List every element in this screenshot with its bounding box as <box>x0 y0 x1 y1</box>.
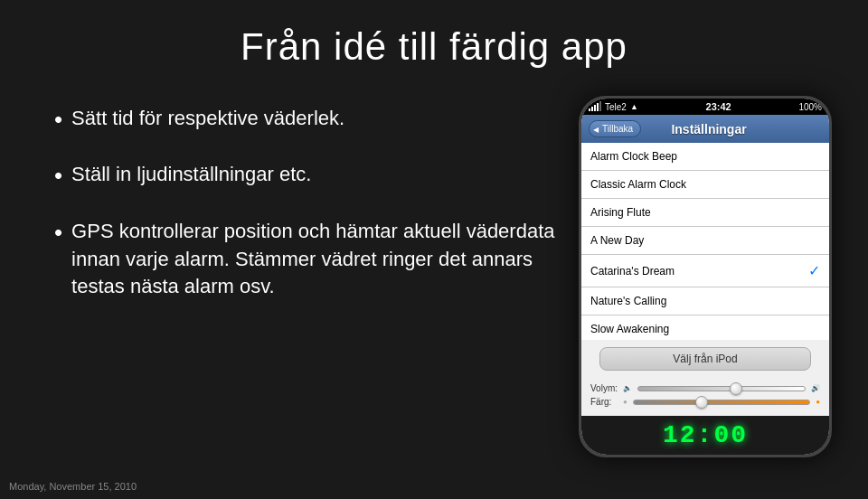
clock-display: 12:00 <box>581 416 829 455</box>
ipod-button-container: Välj från iPod <box>581 340 829 378</box>
color-slider-track[interactable] <box>633 400 810 405</box>
signal-bar-2 <box>591 107 593 111</box>
slide-footer: Monday, November 15, 2010 <box>9 481 137 492</box>
list-item-5[interactable]: Nature's Calling <box>581 287 829 315</box>
color-slider-thumb[interactable] <box>695 396 708 409</box>
list-item-label-4: Catarina's Dream <box>590 265 675 278</box>
list-item-6[interactable]: Slow Awakening <box>581 315 829 340</box>
list-item-1[interactable]: Classic Alarm Clock <box>581 171 829 199</box>
phone-screen: Tele2 ▲ 23:42 100% Tillbaka Inställninga… <box>581 99 829 455</box>
signal-bar-5 <box>599 101 601 111</box>
list-item-label-1: Classic Alarm Clock <box>590 178 686 191</box>
ringtone-list: Alarm Clock Beep Classic Alarm Clock Ari… <box>581 143 829 340</box>
bullet-item-1: • Sätt tid för respektive väderlek. <box>54 105 579 136</box>
volume-slider-track[interactable] <box>637 386 806 391</box>
clock-time: 12:00 <box>581 421 829 449</box>
bullet-text-2: Ställ in ljudinställningar etc. <box>71 161 311 189</box>
signal-bar-4 <box>597 103 599 111</box>
list-item-label-2: Arising Flute <box>590 206 651 219</box>
list-item-4[interactable]: Catarina's Dream ✓ <box>581 255 829 287</box>
volume-slider-row: Volym: 🔈 🔊 <box>590 383 820 393</box>
signal-bar-3 <box>594 105 596 111</box>
list-item-0[interactable]: Alarm Clock Beep <box>581 143 829 171</box>
bullet-item-2: • Ställ in ljudinställningar etc. <box>54 161 579 192</box>
phone-mockup: Tele2 ▲ 23:42 100% Tillbaka Inställninga… <box>579 96 832 457</box>
color-icon-low: ● <box>623 398 627 406</box>
nav-bar: Tillbaka Inställningar <box>581 115 829 143</box>
bullet-item-3: • GPS kontrollerar position och hämtar a… <box>54 218 579 301</box>
carrier-name: Tele2 <box>605 102 627 112</box>
status-bar: Tele2 ▲ 23:42 100% <box>581 99 829 115</box>
list-item-2[interactable]: Arising Flute <box>581 199 829 227</box>
signal-bars-icon <box>589 102 601 111</box>
list-item-label-6: Slow Awakening <box>590 323 669 335</box>
volume-icon-low: 🔈 <box>623 384 632 392</box>
bullet-text-1: Sätt tid för respektive väderlek. <box>71 105 344 133</box>
selected-checkmark: ✓ <box>808 262 820 279</box>
ipod-select-button[interactable]: Välj från iPod <box>599 347 811 371</box>
battery-indicator: 100% <box>798 102 822 112</box>
color-slider-row: Färg: ● ● <box>590 397 820 407</box>
bullet-points: • Sätt tid för respektive väderlek. • St… <box>54 96 579 457</box>
color-icon-high: ● <box>816 398 820 406</box>
volume-slider-thumb[interactable] <box>730 382 742 395</box>
signal-bar-1 <box>589 108 590 111</box>
color-label: Färg: <box>590 397 618 407</box>
slide-title: Från idé till färdig app <box>0 0 868 69</box>
list-item-label-5: Nature's Calling <box>590 295 666 307</box>
sliders-section: Volym: 🔈 🔊 Färg: ● ● <box>581 378 829 416</box>
bullet-dot-2: • <box>54 159 62 192</box>
status-left: Tele2 ▲ <box>589 102 638 112</box>
volume-label: Volym: <box>590 383 618 393</box>
bullet-dot-1: • <box>54 103 62 136</box>
content-area: • Sätt tid för respektive väderlek. • St… <box>0 96 868 457</box>
wifi-icon: ▲ <box>630 102 638 111</box>
status-time: 23:42 <box>706 101 731 112</box>
list-item-label-0: Alarm Clock Beep <box>590 150 677 163</box>
back-button[interactable]: Tillbaka <box>589 120 641 137</box>
volume-icon-high: 🔊 <box>811 384 820 392</box>
list-item-3[interactable]: A New Day <box>581 227 829 255</box>
nav-title: Inställningar <box>641 122 777 137</box>
bullet-dot-3: • <box>54 216 62 249</box>
bullet-text-3: GPS kontrollerar position och hämtar akt… <box>71 218 579 301</box>
list-item-label-3: A New Day <box>590 234 644 247</box>
